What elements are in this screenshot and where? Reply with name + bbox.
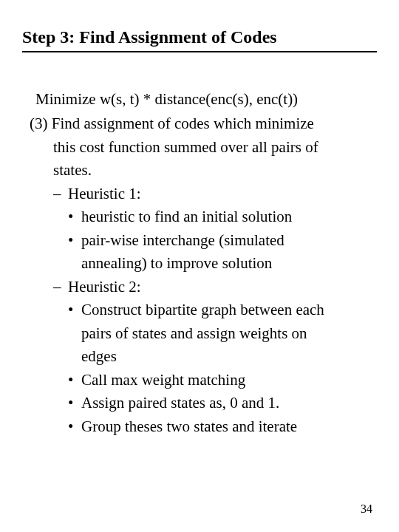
bullet-icon: • xyxy=(68,415,81,439)
bullet-icon: • xyxy=(68,299,81,322)
slide-body: Minimize w(s, t) * distance(enc(s), enc(… xyxy=(22,88,377,439)
dash-item: – Heuristic 2: xyxy=(53,276,369,299)
point-3-lead: (3) Find assignment of codes which minim… xyxy=(30,112,369,136)
bullet-text: pair-wise interchange (simulated xyxy=(81,229,284,253)
bullet-text: heuristic to find an initial solution xyxy=(81,205,292,229)
heuristic-1-label: Heuristic 1: xyxy=(68,183,141,206)
bullet-item: • Call max weight matching xyxy=(68,369,369,392)
heuristic-2-label: Heuristic 2: xyxy=(68,276,141,299)
slide: Step 3: Find Assignment of Codes Minimiz… xyxy=(0,0,399,532)
bullet-icon: • xyxy=(68,205,81,229)
bullet-item: • Assign paired states as, 0 and 1. xyxy=(68,392,369,415)
bullet-item: • heuristic to find an initial solution xyxy=(68,205,369,229)
bullet-text: Assign paired states as, 0 and 1. xyxy=(81,392,279,415)
dash-item: – Heuristic 1: xyxy=(53,183,369,206)
objective-line: Minimize w(s, t) * distance(enc(s), enc(… xyxy=(35,88,369,112)
point-3-cont: states. xyxy=(53,159,369,183)
bullet-text-cont: edges xyxy=(81,345,117,369)
bullet-text: Call max weight matching xyxy=(81,369,245,392)
bullet-item-cont: annealing) to improve solution xyxy=(68,252,369,276)
heuristic-2-bullets: • Construct bipartite graph between each… xyxy=(68,299,369,438)
bullet-item: • Group theses two states and iterate xyxy=(68,415,369,439)
bullet-text-cont: annealing) to improve solution xyxy=(81,252,272,276)
dash-icon: – xyxy=(53,276,68,299)
bullet-item-cont: edges xyxy=(68,345,369,369)
bullet-icon: • xyxy=(68,229,81,253)
dash-icon: – xyxy=(53,183,68,206)
bullet-text: Group theses two states and iterate xyxy=(81,415,297,439)
heuristic-2: – Heuristic 2: xyxy=(53,276,369,299)
slide-title: Step 3: Find Assignment of Codes xyxy=(22,27,377,48)
bullet-text-cont: pairs of states and assign weights on xyxy=(81,322,307,346)
title-block: Step 3: Find Assignment of Codes xyxy=(22,27,377,52)
heuristic-1-bullets: • heuristic to find an initial solution … xyxy=(68,205,369,276)
point-3-cont: this cost function summed over all pairs… xyxy=(53,136,369,160)
page-number: 34 xyxy=(361,502,372,516)
bullet-icon: • xyxy=(68,392,81,415)
bullet-icon: • xyxy=(68,369,81,392)
heuristic-1: – Heuristic 1: xyxy=(53,183,369,206)
bullet-item: • pair-wise interchange (simulated xyxy=(68,229,369,253)
bullet-item-cont: pairs of states and assign weights on xyxy=(68,322,369,346)
bullet-item: • Construct bipartite graph between each xyxy=(68,299,369,322)
bullet-text: Construct bipartite graph between each xyxy=(81,299,324,322)
